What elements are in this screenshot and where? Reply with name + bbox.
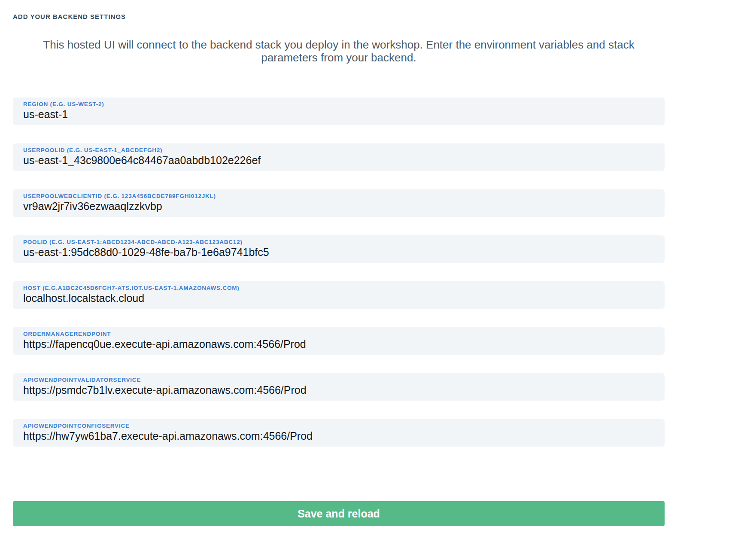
field-region[interactable]: REGION (E.G. US-WEST-2) us-east-1 (13, 97, 665, 125)
field-poolid[interactable]: POOLID (E.G. US-EAST-1:ABCD1234-ABCD-ABC… (13, 235, 665, 263)
page-title: ADD YOUR BACKEND SETTINGS (13, 13, 665, 20)
save-and-reload-button[interactable]: Save and reload (13, 501, 665, 526)
page-description: This hosted UI will connect to the backe… (19, 38, 659, 64)
field-host[interactable]: HOST (E.G.A1BC2C45D6FGH7-ATS.IOT.US-EAST… (13, 281, 665, 309)
field-apigwendpointconfigservice-label: APIGWENDPOINTCONFIGSERVICE (23, 423, 659, 429)
field-userpoolid-input[interactable]: us-east-1_43c9800e64c84467aa0abdb102e226… (23, 154, 659, 167)
field-userpoolwebclientid-label: USERPOOLWEBCLIENTID (E.G. 123A456BCDE789… (23, 193, 659, 199)
field-apigwendpointvalidatorservice-label: APIGWENDPOINTVALIDATORSERVICE (23, 377, 659, 383)
field-apigwendpointvalidatorservice-input[interactable]: https://psmdc7b1lv.execute-api.amazonaws… (23, 384, 659, 396)
field-ordermanagerendpoint-label: ORDERMANAGERENDPOINT (23, 331, 659, 337)
field-host-label: HOST (E.G.A1BC2C45D6FGH7-ATS.IOT.US-EAST… (23, 285, 659, 291)
field-apigwendpointconfigservice[interactable]: APIGWENDPOINTCONFIGSERVICE https://hw7yw… (13, 419, 665, 447)
field-poolid-label: POOLID (E.G. US-EAST-1:ABCD1234-ABCD-ABC… (23, 239, 659, 245)
field-apigwendpointvalidatorservice[interactable]: APIGWENDPOINTVALIDATORSERVICE https://ps… (13, 373, 665, 401)
field-userpoolid[interactable]: USERPOOLID (E.G. US-EAST-1_ABCDEFGH2) us… (13, 143, 665, 171)
field-userpoolwebclientid-input[interactable]: vr9aw2jr7iv36ezwaaqlzzkvbp (23, 200, 659, 213)
field-userpoolid-label: USERPOOLID (E.G. US-EAST-1_ABCDEFGH2) (23, 147, 659, 153)
field-host-input[interactable]: localhost.localstack.cloud (23, 292, 659, 304)
field-region-input[interactable]: us-east-1 (23, 108, 659, 121)
field-ordermanagerendpoint-input[interactable]: https://fapencq0ue.execute-api.amazonaws… (23, 338, 659, 350)
field-poolid-input[interactable]: us-east-1:95dc88d0-1029-48fe-ba7b-1e6a97… (23, 246, 659, 259)
field-apigwendpointconfigservice-input[interactable]: https://hw7yw61ba7.execute-api.amazonaws… (23, 430, 659, 442)
field-region-label: REGION (E.G. US-WEST-2) (23, 101, 659, 107)
field-userpoolwebclientid[interactable]: USERPOOLWEBCLIENTID (E.G. 123A456BCDE789… (13, 189, 665, 217)
settings-form: REGION (E.G. US-WEST-2) us-east-1 USERPO… (13, 97, 665, 447)
field-ordermanagerendpoint[interactable]: ORDERMANAGERENDPOINT https://fapencq0ue.… (13, 327, 665, 355)
backend-settings-page: ADD YOUR BACKEND SETTINGS This hosted UI… (0, 0, 729, 543)
